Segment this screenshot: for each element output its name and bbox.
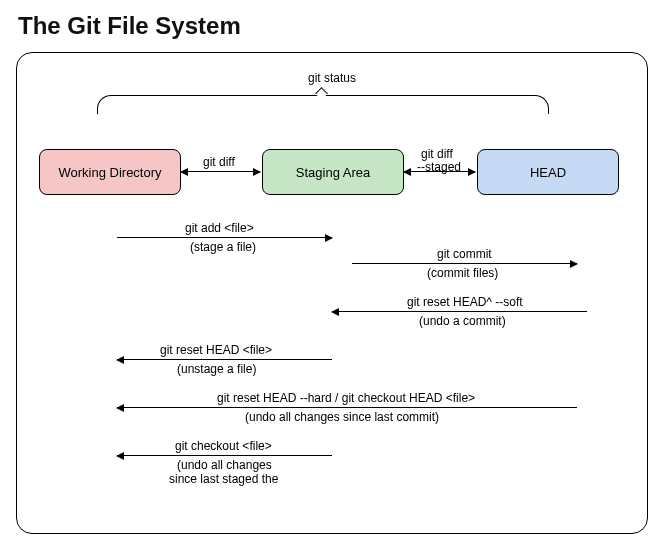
label-git-add: git add <file> (185, 221, 254, 235)
note-git-commit: (commit files) (427, 266, 498, 280)
arrow-head-icon (331, 308, 339, 316)
arrow-git-reset-soft (332, 311, 587, 312)
label-git-diff: git diff (203, 155, 235, 169)
note-git-add: (stage a file) (190, 240, 256, 254)
arrow-head-icon (570, 260, 578, 268)
note-git-checkout-b: since last staged the (169, 472, 278, 486)
page-title: The Git File System (0, 0, 663, 48)
arrow-git-unstage (117, 359, 332, 360)
arrow-head-icon (116, 356, 124, 364)
label-git-status: git status (17, 71, 647, 85)
note-git-reset-soft: (undo a commit) (419, 314, 506, 328)
label-git-diff-staged-b: --staged (417, 160, 461, 174)
arrow-head-icon (253, 168, 261, 176)
arrow-head-icon (468, 168, 476, 176)
arrow-head-icon (180, 168, 188, 176)
arrow-git-checkout (117, 455, 332, 456)
arrow-head-icon (116, 404, 124, 412)
box-working-directory: Working Directory (39, 149, 181, 195)
label-git-commit: git commit (437, 247, 492, 261)
arrow-git-reset-hard (117, 407, 577, 408)
arrow-git-add (117, 237, 332, 238)
arrow-working-staging (181, 171, 260, 172)
label-git-reset-hard: git reset HEAD --hard / git checkout HEA… (217, 391, 475, 405)
diagram-frame: git status Working Directory Staging Are… (16, 52, 648, 534)
note-git-reset-hard: (undo all changes since last commit) (245, 410, 439, 424)
note-git-checkout-a: (undo all changes (177, 458, 272, 472)
arrow-head-icon (403, 168, 411, 176)
label-git-unstage: git reset HEAD <file> (160, 343, 272, 357)
label-git-checkout: git checkout <file> (175, 439, 272, 453)
label-git-reset-soft: git reset HEAD^ --soft (407, 295, 523, 309)
arrow-head-icon (116, 452, 124, 460)
arrow-git-commit (352, 263, 577, 264)
box-head: HEAD (477, 149, 619, 195)
arrow-head-icon (325, 234, 333, 242)
label-git-diff-staged-a: git diff (421, 147, 453, 161)
note-git-unstage: (unstage a file) (177, 362, 256, 376)
box-staging-area: Staging Area (262, 149, 404, 195)
